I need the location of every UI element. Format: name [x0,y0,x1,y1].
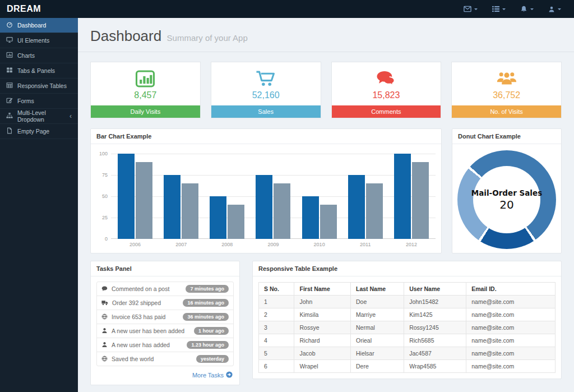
page-header: Dashboard Summary of your App [78,18,574,52]
more-tasks-link[interactable]: More Tasks [91,366,239,385]
users-icon [452,70,561,87]
stat-label: Comments [332,105,441,118]
donut-chart: Mail-Order Sales 20 [457,150,556,249]
stat-card-daily-visits: 8,457 Daily Visits [90,62,201,118]
sidebar-item-tabs-panels[interactable]: Tabs & Panels [0,63,78,79]
y-axis-tick: 0 [93,236,108,242]
table-row: 1JohnDoeJohn15482name@site.com [259,296,556,308]
caret-down-icon [474,8,478,12]
panel-title: Donut Chart Example [452,129,561,144]
table-row: 5JacobHielsarJac4587name@site.com [259,347,556,360]
sidebar-item-ui-elements[interactable]: UI Elements [0,33,78,48]
bar-blue [348,175,365,239]
column-header: S No. [259,283,294,296]
y-axis-tick: 50 [93,193,108,199]
sidebar-item-responsive-tables[interactable]: Responsive Tables [0,79,78,94]
user-icon [101,342,108,349]
panel-title: Bar Chart Example [91,129,441,144]
top-navbar: DREAM [0,0,574,18]
time-badge: 7 minutes ago [186,285,229,293]
column-header: First Name [294,283,351,296]
task-item: A new user has been added 1 hour ago [96,324,234,338]
column-header: User Name [404,283,466,296]
time-badge: 1 hour ago [194,327,229,335]
bar-chart-icon [91,70,200,87]
time-badge: yesterday [196,355,229,363]
user-icon [101,328,108,335]
brand-logo: DREAM [0,4,78,14]
caret-down-icon [558,8,561,12]
sidebar: Dashboard UI Elements Charts Tabs & Pane… [0,18,78,392]
user-icon [548,6,555,13]
table-row: 6WrapelDereWrap4585name@site.com [259,360,556,373]
shopping-cart-icon [211,70,321,87]
edit-icon [6,97,13,105]
stat-value: 8,457 [91,90,200,100]
page-subtitle: Summary of your App [167,33,248,43]
column-header: Email ID. [466,283,556,296]
table-row: 4RichardOriealRich5685name@site.com [259,334,556,347]
task-item: Saved the world yesterday [96,352,234,366]
bar-blue [302,196,319,239]
desktop-icon [6,36,13,44]
stat-label: Sales [211,105,321,118]
responsive-table-panel: Responsive Table Example S No. First Nam… [252,261,562,379]
bar-blue [210,196,226,239]
bar-chart-panel: Bar Chart Example 100 75 50 25 0 [90,128,442,253]
sidebar-item-charts[interactable]: Charts [0,48,78,63]
bar-gray [228,205,244,239]
stat-label: Daily Visits [91,105,200,118]
time-badge: 36 minutes ago [183,313,229,321]
task-item: Order 392 shipped 16 minutes ago [96,296,234,310]
task-item: Commented on a post 7 minutes ago [96,282,234,296]
bar-gray [412,162,429,239]
navbar-actions [456,0,574,18]
stat-card-no-of-visits: 36,752 No. of Visits [451,62,562,118]
bar-gray [320,205,337,239]
table-row: 2KimsilaMarriyeKim1425name@site.com [259,308,556,321]
messages-dropdown[interactable] [456,0,485,18]
truck-icon [101,299,108,307]
sitemap-icon [6,112,13,120]
user-dropdown[interactable] [541,0,568,18]
globe-icon [101,313,108,321]
tasks-dropdown[interactable] [485,0,513,18]
sidebar-item-empty-page[interactable]: Empty Page [0,124,78,139]
sidebar-item-dashboard[interactable]: Dashboard [0,18,78,33]
sidebar-item-multi-level-dropdown[interactable]: Multi-Level Dropdown ‹ [0,109,78,124]
sidebar-item-forms[interactable]: Forms [0,94,78,109]
bar-group-2008 [204,154,250,239]
y-axis-tick: 100 [93,151,108,156]
table-icon [6,82,13,90]
globe-icon [101,356,108,363]
table-row: 3RossyeNermalRossy1245name@site.com [259,321,556,334]
main-content: Dashboard Summary of your App 8,457 Dail… [78,0,574,392]
time-badge: 1.23 hour ago [187,341,229,349]
bar-group-2011 [342,154,388,239]
task-item: Invoice 653 has paid 36 minutes ago [96,310,234,324]
comment-icon [101,285,108,293]
envelope-icon [464,6,471,12]
bar-blue [394,154,411,239]
stats-row: 8,457 Daily Visits 52,160 Sales 15,823 C… [90,62,562,118]
panel-title: Tasks Panel [91,261,239,276]
task-item: A new user has added 1.23 hour ago [96,338,234,352]
bar-group-2010 [297,154,342,239]
data-table: S No. First Name Last Name User Name Ema… [258,282,556,373]
time-badge: 16 minutes ago [183,299,229,307]
y-axis-tick: 75 [93,172,108,178]
column-header: Last Name [350,283,404,296]
stat-card-comments: 15,823 Comments [331,62,442,118]
bar-group-2012 [388,154,434,239]
bell-icon [520,5,527,13]
stat-card-sales: 52,160 Sales [211,62,321,118]
bar-blue [118,154,135,239]
bar-group-2006 [112,154,158,239]
arrow-circle-right-icon [226,371,233,379]
bar-chart: 100 75 50 25 0 [111,154,436,239]
page-title: Dashboard [90,27,161,44]
table-header-row: S No. First Name Last Name User Name Ema… [259,283,556,296]
bar-gray [136,162,152,239]
notifications-dropdown[interactable] [513,0,541,18]
donut-center-label: Mail-Order Sales 20 [457,150,556,249]
